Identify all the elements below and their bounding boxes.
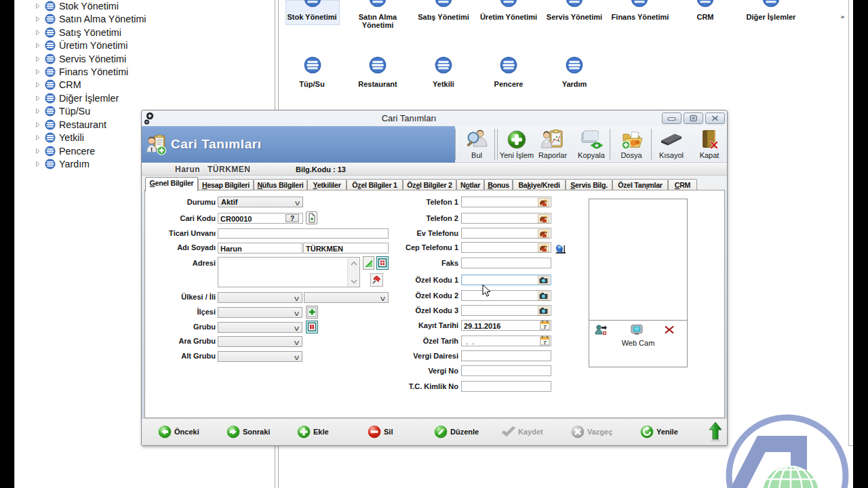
svg-text:7: 7 [543,340,547,346]
svg-text:7: 7 [543,324,547,330]
